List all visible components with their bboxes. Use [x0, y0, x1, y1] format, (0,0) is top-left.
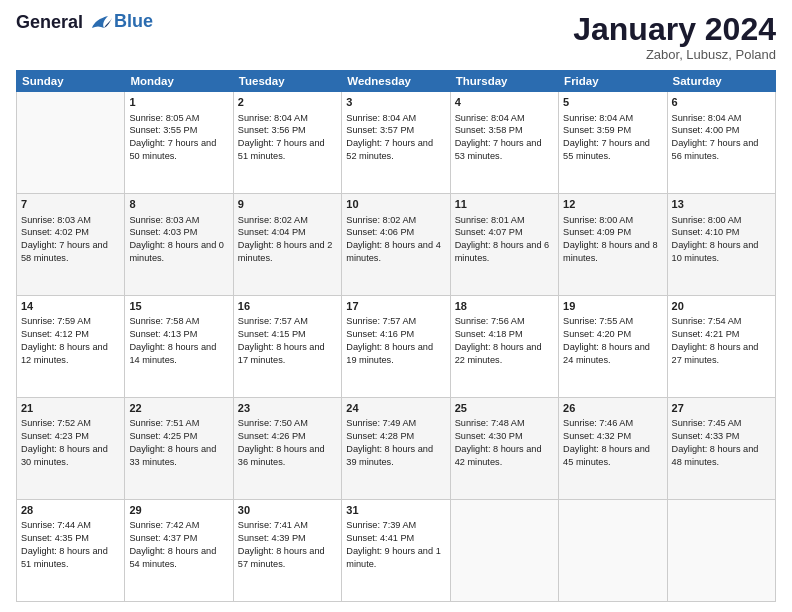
- day-number: 28: [21, 503, 120, 518]
- day-number: 13: [672, 197, 771, 212]
- sunrise-text: Sunrise: 7:49 AM: [346, 417, 445, 430]
- sunset-text: Sunset: 3:57 PM: [346, 124, 445, 137]
- sunrise-text: Sunrise: 7:44 AM: [21, 519, 120, 532]
- calendar-cell: 22Sunrise: 7:51 AMSunset: 4:25 PMDayligh…: [125, 398, 233, 500]
- daylight-text: Daylight: 8 hours and 8 minutes.: [563, 239, 662, 265]
- daylight-text: Daylight: 8 hours and 4 minutes.: [346, 239, 445, 265]
- daylight-text: Daylight: 8 hours and 24 minutes.: [563, 341, 662, 367]
- sunrise-text: Sunrise: 7:57 AM: [238, 315, 337, 328]
- day-number: 24: [346, 401, 445, 416]
- sunset-text: Sunset: 4:25 PM: [129, 430, 228, 443]
- daylight-text: Daylight: 7 hours and 53 minutes.: [455, 137, 554, 163]
- calendar-cell: 25Sunrise: 7:48 AMSunset: 4:30 PMDayligh…: [450, 398, 558, 500]
- calendar-week-row: 14Sunrise: 7:59 AMSunset: 4:12 PMDayligh…: [17, 296, 776, 398]
- sunrise-text: Sunrise: 7:52 AM: [21, 417, 120, 430]
- calendar-cell: [667, 500, 775, 602]
- sunset-text: Sunset: 4:23 PM: [21, 430, 120, 443]
- sunrise-text: Sunrise: 8:04 AM: [455, 112, 554, 125]
- daylight-text: Daylight: 7 hours and 55 minutes.: [563, 137, 662, 163]
- calendar-cell: 12Sunrise: 8:00 AMSunset: 4:09 PMDayligh…: [559, 194, 667, 296]
- calendar-cell: 23Sunrise: 7:50 AMSunset: 4:26 PMDayligh…: [233, 398, 341, 500]
- day-number: 16: [238, 299, 337, 314]
- calendar-cell: 14Sunrise: 7:59 AMSunset: 4:12 PMDayligh…: [17, 296, 125, 398]
- calendar-cell: 28Sunrise: 7:44 AMSunset: 4:35 PMDayligh…: [17, 500, 125, 602]
- sunrise-text: Sunrise: 7:50 AM: [238, 417, 337, 430]
- sunset-text: Sunset: 4:06 PM: [346, 226, 445, 239]
- day-number: 11: [455, 197, 554, 212]
- logo-text: General: [16, 12, 112, 33]
- weekday-header-friday: Friday: [559, 71, 667, 92]
- day-number: 21: [21, 401, 120, 416]
- sunset-text: Sunset: 4:03 PM: [129, 226, 228, 239]
- calendar-cell: 8Sunrise: 8:03 AMSunset: 4:03 PMDaylight…: [125, 194, 233, 296]
- weekday-header-sunday: Sunday: [17, 71, 125, 92]
- calendar-cell: 2Sunrise: 8:04 AMSunset: 3:56 PMDaylight…: [233, 92, 341, 194]
- sunset-text: Sunset: 4:12 PM: [21, 328, 120, 341]
- weekday-header-monday: Monday: [125, 71, 233, 92]
- day-number: 31: [346, 503, 445, 518]
- day-number: 2: [238, 95, 337, 110]
- logo-bird-icon: [90, 14, 112, 32]
- sunrise-text: Sunrise: 7:55 AM: [563, 315, 662, 328]
- logo-text-2: Blue: [114, 11, 153, 32]
- calendar-cell: 10Sunrise: 8:02 AMSunset: 4:06 PMDayligh…: [342, 194, 450, 296]
- sunset-text: Sunset: 4:15 PM: [238, 328, 337, 341]
- day-number: 17: [346, 299, 445, 314]
- weekday-header-saturday: Saturday: [667, 71, 775, 92]
- day-number: 9: [238, 197, 337, 212]
- sunrise-text: Sunrise: 7:39 AM: [346, 519, 445, 532]
- day-number: 4: [455, 95, 554, 110]
- logo: General Blue: [16, 12, 153, 33]
- day-number: 5: [563, 95, 662, 110]
- sunset-text: Sunset: 4:18 PM: [455, 328, 554, 341]
- sunset-text: Sunset: 4:37 PM: [129, 532, 228, 545]
- sunset-text: Sunset: 3:55 PM: [129, 124, 228, 137]
- sunset-text: Sunset: 4:09 PM: [563, 226, 662, 239]
- daylight-text: Daylight: 8 hours and 39 minutes.: [346, 443, 445, 469]
- daylight-text: Daylight: 7 hours and 51 minutes.: [238, 137, 337, 163]
- sunset-text: Sunset: 4:16 PM: [346, 328, 445, 341]
- sunrise-text: Sunrise: 7:42 AM: [129, 519, 228, 532]
- daylight-text: Daylight: 8 hours and 42 minutes.: [455, 443, 554, 469]
- sunset-text: Sunset: 4:39 PM: [238, 532, 337, 545]
- calendar-week-row: 21Sunrise: 7:52 AMSunset: 4:23 PMDayligh…: [17, 398, 776, 500]
- sunset-text: Sunset: 4:13 PM: [129, 328, 228, 341]
- sunset-text: Sunset: 4:10 PM: [672, 226, 771, 239]
- sunset-text: Sunset: 4:07 PM: [455, 226, 554, 239]
- day-number: 18: [455, 299, 554, 314]
- daylight-text: Daylight: 7 hours and 58 minutes.: [21, 239, 120, 265]
- sunrise-text: Sunrise: 7:54 AM: [672, 315, 771, 328]
- calendar-cell: 29Sunrise: 7:42 AMSunset: 4:37 PMDayligh…: [125, 500, 233, 602]
- sunset-text: Sunset: 4:04 PM: [238, 226, 337, 239]
- sunset-text: Sunset: 4:41 PM: [346, 532, 445, 545]
- daylight-text: Daylight: 7 hours and 50 minutes.: [129, 137, 228, 163]
- day-number: 14: [21, 299, 120, 314]
- daylight-text: Daylight: 8 hours and 10 minutes.: [672, 239, 771, 265]
- page: General Blue January 2024 Zabor, Lubusz,…: [0, 0, 792, 612]
- calendar-cell: 6Sunrise: 8:04 AMSunset: 4:00 PMDaylight…: [667, 92, 775, 194]
- sunset-text: Sunset: 3:59 PM: [563, 124, 662, 137]
- sunrise-text: Sunrise: 8:03 AM: [129, 214, 228, 227]
- sunrise-text: Sunrise: 8:00 AM: [563, 214, 662, 227]
- sunset-text: Sunset: 3:56 PM: [238, 124, 337, 137]
- calendar-cell: 16Sunrise: 7:57 AMSunset: 4:15 PMDayligh…: [233, 296, 341, 398]
- calendar-cell: 11Sunrise: 8:01 AMSunset: 4:07 PMDayligh…: [450, 194, 558, 296]
- calendar-cell: 24Sunrise: 7:49 AMSunset: 4:28 PMDayligh…: [342, 398, 450, 500]
- calendar-cell: [17, 92, 125, 194]
- calendar-cell: 7Sunrise: 8:03 AMSunset: 4:02 PMDaylight…: [17, 194, 125, 296]
- sunset-text: Sunset: 4:35 PM: [21, 532, 120, 545]
- calendar-cell: 4Sunrise: 8:04 AMSunset: 3:58 PMDaylight…: [450, 92, 558, 194]
- calendar: SundayMondayTuesdayWednesdayThursdayFrid…: [16, 70, 776, 602]
- sunrise-text: Sunrise: 8:04 AM: [238, 112, 337, 125]
- sunrise-text: Sunrise: 7:48 AM: [455, 417, 554, 430]
- weekday-header-tuesday: Tuesday: [233, 71, 341, 92]
- daylight-text: Daylight: 8 hours and 22 minutes.: [455, 341, 554, 367]
- calendar-cell: 30Sunrise: 7:41 AMSunset: 4:39 PMDayligh…: [233, 500, 341, 602]
- day-number: 23: [238, 401, 337, 416]
- day-number: 1: [129, 95, 228, 110]
- daylight-text: Daylight: 8 hours and 27 minutes.: [672, 341, 771, 367]
- header: General Blue January 2024 Zabor, Lubusz,…: [16, 12, 776, 62]
- sunrise-text: Sunrise: 8:05 AM: [129, 112, 228, 125]
- day-number: 20: [672, 299, 771, 314]
- day-number: 19: [563, 299, 662, 314]
